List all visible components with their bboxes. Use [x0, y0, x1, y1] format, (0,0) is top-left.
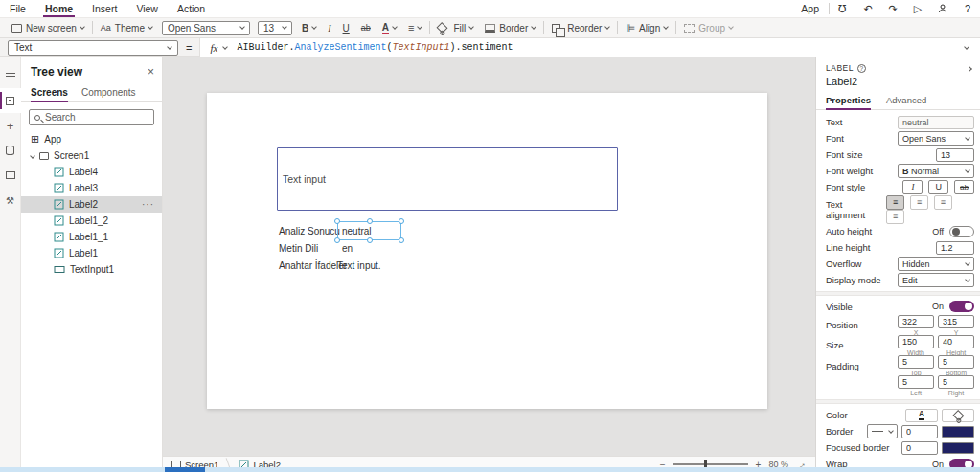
strikethrough-toggle-button[interactable]: ab [954, 180, 974, 194]
menu-home[interactable]: Home [35, 0, 82, 17]
align-right-button[interactable]: ≡ [934, 195, 952, 210]
fill-color-picker-button[interactable] [942, 409, 974, 422]
text-value-input[interactable] [898, 116, 974, 129]
visible-toggle[interactable] [949, 301, 974, 312]
size-width-input[interactable] [898, 335, 934, 348]
tree-item-label1[interactable]: Label1 [21, 245, 162, 261]
property-selector[interactable]: Text [8, 40, 178, 56]
label-metin-dili[interactable]: Metin Dili [279, 243, 318, 254]
padding-bottom-input[interactable] [938, 355, 974, 369]
padding-top-input[interactable] [898, 355, 934, 369]
help-icon[interactable]: ? [955, 0, 980, 17]
strikethrough-button[interactable]: ab [355, 18, 376, 37]
border-thickness-input[interactable] [901, 425, 938, 438]
selection-handle-top-left[interactable] [334, 218, 340, 224]
font-family-combobox[interactable]: Open Sans [162, 21, 250, 35]
font-color-button[interactable]: A [376, 18, 402, 37]
font-weight-dropdown[interactable]: B Normal [898, 164, 974, 178]
selection-handle-top-center[interactable] [367, 218, 373, 224]
formula-input-area[interactable]: fx AIBuilder.AnalyzeSentiment(TextInput1… [199, 38, 980, 57]
border-button[interactable]: Border [479, 18, 541, 37]
tab-advanced[interactable]: Advanced [886, 92, 926, 109]
menu-file[interactable]: File [0, 0, 35, 17]
menu-action[interactable]: Action [168, 0, 215, 17]
app-checker-icon[interactable]: ℧ [830, 0, 855, 17]
textinput1-control[interactable]: Text input [277, 147, 618, 211]
canvas-workspace[interactable]: Text input Analiz Sonucu neutral Metin D… [163, 57, 815, 456]
screen1-artboard[interactable]: Text input Analiz Sonucu neutral Metin D… [207, 93, 767, 409]
auto-height-toggle[interactable] [949, 226, 974, 237]
focused-border-color-swatch[interactable] [942, 442, 974, 454]
media-icon[interactable] [0, 163, 21, 188]
selection-handle-bottom-center[interactable] [367, 237, 373, 243]
tree-item-screen1[interactable]: Screen1 [21, 147, 162, 164]
overflow-dropdown[interactable]: Hidden [898, 257, 974, 271]
advanced-tools-icon[interactable]: ⚒ [0, 188, 21, 213]
position-x-input[interactable] [898, 315, 934, 328]
label2-control-selected[interactable]: neutral [337, 221, 401, 240]
size-height-input[interactable] [938, 335, 974, 348]
tab-screens[interactable]: Screens [31, 84, 68, 101]
reorder-button[interactable]: Reorder [546, 18, 615, 37]
padding-right-input[interactable] [938, 375, 974, 389]
tree-item-label4[interactable]: Label4 [21, 164, 162, 180]
bold-button[interactable]: B [296, 18, 322, 37]
selection-handle-top-right[interactable] [399, 218, 404, 224]
display-mode-dropdown[interactable]: Edit [898, 273, 974, 287]
share-person-icon[interactable] [930, 0, 955, 17]
close-icon[interactable]: × [148, 65, 154, 79]
tree-view-rail-icon[interactable] [0, 88, 21, 113]
menu-insert[interactable]: Insert [82, 0, 126, 17]
selection-handle-bottom-right[interactable] [399, 237, 404, 243]
label-anahtar-ifadeler-value[interactable]: Text input. [337, 260, 381, 271]
tree-item-textinput1[interactable]: TextInput1 [21, 261, 162, 278]
focused-border-thickness-input[interactable] [901, 441, 938, 455]
italic-button[interactable]: I [322, 18, 336, 37]
data-sources-icon[interactable] [0, 138, 21, 163]
tab-properties[interactable]: Properties [826, 92, 871, 109]
font-size-input[interactable] [936, 148, 974, 162]
align-button[interactable]: ⊫ Align [620, 18, 673, 37]
padding-left-input[interactable] [898, 375, 934, 389]
font-color-picker-button[interactable]: A [905, 409, 938, 422]
tab-components[interactable]: Components [81, 84, 136, 101]
font-dropdown[interactable]: Open Sans [898, 131, 974, 146]
position-y-input[interactable] [938, 315, 974, 328]
chevron-expanded-icon[interactable] [30, 153, 35, 159]
border-style-dropdown[interactable] [867, 424, 898, 438]
fx-icon[interactable]: fx [200, 42, 219, 54]
tree-search-box[interactable]: Search [29, 109, 154, 125]
border-color-swatch[interactable] [942, 426, 974, 438]
formula-expand-chevron-icon[interactable] [964, 44, 969, 50]
theme-button[interactable]: Aa Theme [95, 18, 158, 37]
play-preview-icon[interactable]: ▷ [905, 0, 930, 17]
formula-code[interactable]: AIBuilder.AnalyzeSentiment(TextInput1).s… [237, 42, 961, 53]
line-height-input[interactable] [936, 241, 974, 255]
label-analiz-sonucu[interactable]: Analiz Sonucu [279, 226, 340, 236]
info-icon[interactable]: ? [857, 64, 866, 73]
align-justify-button[interactable]: ≡ [886, 210, 904, 224]
underline-toggle-button[interactable]: U [928, 180, 948, 194]
font-size-combobox[interactable]: 13 [258, 21, 292, 35]
align-left-button[interactable]: ≡ [886, 195, 904, 210]
underline-button[interactable]: U [337, 18, 355, 37]
tree-item-app[interactable]: ⊞ App [21, 131, 162, 147]
redo-icon[interactable]: ↷ [880, 0, 905, 17]
undo-icon[interactable]: ↶ [855, 0, 880, 17]
italic-toggle-button[interactable]: I [902, 180, 923, 194]
tree-item-label1-2[interactable]: Label1_2 [21, 213, 162, 229]
app-menu-button[interactable]: App [791, 0, 829, 17]
selection-handle-bottom-left[interactable] [334, 237, 340, 243]
label-metin-dili-value[interactable]: en [342, 243, 353, 254]
hamburger-menu-icon[interactable] [0, 63, 21, 88]
fill-button[interactable]: Fill [432, 18, 479, 37]
new-screen-button[interactable]: New screen [6, 18, 90, 37]
tree-item-label2-selected[interactable]: Label2 ··· [21, 196, 162, 213]
text-align-button[interactable]: ≡ [402, 18, 427, 37]
align-center-button[interactable]: ≡ [910, 195, 928, 210]
insert-plus-icon[interactable]: + [0, 113, 21, 138]
zoom-slider[interactable] [673, 463, 748, 465]
tree-item-label1-1[interactable]: Label1_1 [21, 229, 162, 245]
more-options-icon[interactable]: ··· [142, 199, 154, 210]
menu-view[interactable]: View [126, 0, 168, 17]
